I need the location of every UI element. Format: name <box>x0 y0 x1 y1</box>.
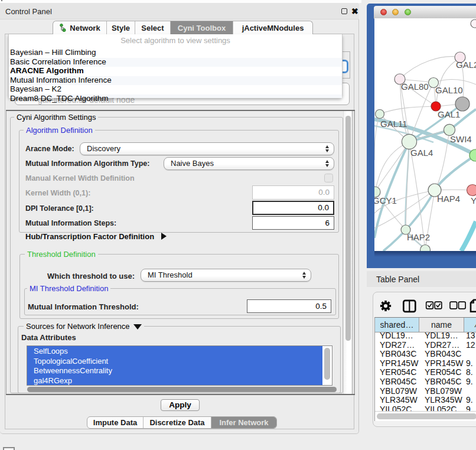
svg-text:HAP4: HAP4 <box>437 194 460 204</box>
svg-text:SWI4: SWI4 <box>450 134 472 144</box>
svg-text:Y: Y <box>471 195 476 206</box>
svg-text:GCY1: GCY1 <box>374 195 397 206</box>
svg-text:GAL4: GAL4 <box>410 148 433 158</box>
svg-text:GAL1: GAL1 <box>438 109 460 119</box>
svg-text:GAL2: GAL2 <box>456 60 476 70</box>
svg-text:HAP2: HAP2 <box>407 232 430 242</box>
svg-text:GAL80: GAL80 <box>401 81 429 92</box>
svg-text:GAL11: GAL11 <box>380 119 407 129</box>
svg-text:GAL10: GAL10 <box>435 85 463 95</box>
